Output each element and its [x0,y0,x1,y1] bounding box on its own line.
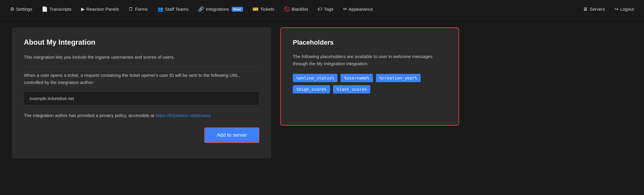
placeholder-tag: %username% [340,74,373,82]
placeholder-tag: %creation_year% [376,74,421,82]
staff-teams-icon: 👥 [157,6,163,12]
placeholders-description: The following placeholders are available… [293,53,447,67]
navbar: ⚙ Settings 📄 Transcripts ▶ Reaction Pane… [0,0,644,18]
nav-forms[interactable]: 🗒 Forms [124,4,152,14]
about-title: About My Integration [24,38,259,46]
main-content: About My Integration This integration le… [0,18,644,167]
placeholder-tags-container: %online_status%%username%%creation_year%… [293,74,447,93]
nav-tags[interactable]: 🏷 Tags [313,4,338,14]
new-badge: New! [232,7,243,12]
nav-appearance[interactable]: ✏ Appearance [339,4,377,14]
nav-reaction-panels[interactable]: ▶ Reaction Panels [77,4,123,14]
card-divider [24,66,259,66]
nav-integrations[interactable]: 🔗 Integrations New! [194,4,247,14]
nav-tickets[interactable]: 🎫 Tickets [248,4,278,14]
nav-logout[interactable]: ↪ Logout [610,4,638,14]
integrations-icon: 🔗 [198,6,204,12]
nav-staff-teams[interactable]: 👥 Staff Teams [153,4,193,14]
servers-icon: 🖥 [583,7,588,12]
nav-settings[interactable]: ⚙ Settings [6,4,36,14]
about-integration-card: About My Integration This integration le… [12,27,271,158]
placeholder-tag: %online_status% [293,74,338,82]
privacy-policy-text: The integration author has provided a pr… [24,112,259,119]
tags-icon: 🏷 [318,7,322,12]
settings-icon: ⚙ [10,6,14,12]
placeholder-tag: %high_score% [293,85,330,93]
nav-servers[interactable]: 🖥 Servers [579,4,609,14]
nav-blacklist[interactable]: 🚫 Blacklist [280,4,312,14]
forms-icon: 🗒 [129,7,133,12]
url-display: example.ticketsbot.net [24,91,259,105]
description-2: When a user opens a ticket, a request co… [24,72,259,86]
integration-name-italic: My Integration [317,61,345,66]
appearance-icon: ✏ [343,6,347,12]
privacy-policy-link[interactable]: https://ticketsbot.net/privacy [156,113,211,118]
placeholders-title: Placeholders [293,39,447,46]
transcripts-icon: 📄 [42,6,48,12]
reaction-panels-icon: ▶ [81,6,85,12]
tickets-icon: 🎫 [253,6,258,12]
nav-right: 🖥 Servers ↪ Logout [579,4,638,14]
placeholder-tag: %last_score% [333,85,370,93]
blacklist-icon: 🚫 [284,6,290,12]
placeholders-card: Placeholders The following placeholders … [280,27,459,126]
privacy-text-before: The integration author has provided a pr… [24,113,154,118]
add-to-server-button[interactable]: Add to server [204,127,259,143]
description-1: This integration lets you include the in… [24,54,259,61]
nav-transcripts[interactable]: 📄 Transcripts [38,4,76,14]
logout-icon: ↪ [614,6,618,12]
